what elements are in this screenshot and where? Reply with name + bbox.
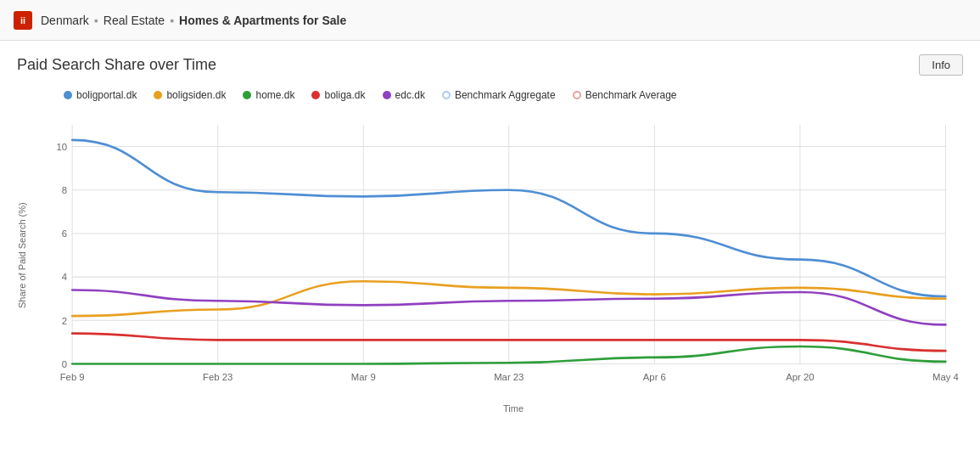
breadcrumb-sep-1: ▪: [94, 14, 98, 27]
legend-dot: [243, 91, 251, 99]
svg-text:6: 6: [62, 228, 67, 239]
legend-label: edc.dk: [395, 89, 425, 101]
legend-item-home-dk: home.dk: [243, 89, 294, 101]
svg-text:Mar 9: Mar 9: [351, 371, 376, 381]
header: ii Denmark ▪ Real Estate ▪ Homes & Apart…: [0, 0, 980, 41]
legend-item-Benchmark-Average: Benchmark Average: [573, 89, 677, 101]
legend-label: boligsiden.dk: [166, 89, 226, 101]
y-axis-label: Share of Paid Search (%): [17, 111, 34, 400]
main-content: Paid Search Share over Time Info boligpo…: [0, 41, 980, 427]
legend-label: boligportal.dk: [76, 89, 137, 101]
svg-text:8: 8: [62, 185, 67, 195]
title-row: Paid Search Share over Time Info: [17, 54, 963, 76]
chart-svg: 0246810Feb 9Feb 23Mar 9Mar 23Apr 6Apr 20…: [37, 111, 963, 400]
legend-item-Benchmark-Aggregate: Benchmark Aggregate: [442, 89, 556, 101]
chart-legend: boligportal.dkboligsiden.dkhome.dkboliga…: [17, 89, 963, 101]
legend-item-boligsiden-dk: boligsiden.dk: [154, 89, 226, 101]
svg-text:Apr 6: Apr 6: [643, 371, 666, 381]
svg-text:May 4: May 4: [932, 371, 959, 381]
svg-text:Mar 23: Mar 23: [494, 371, 524, 381]
chart-wrapper: Share of Paid Search (%) 0246810Feb 9Feb…: [17, 111, 963, 400]
svg-text:0: 0: [62, 359, 67, 369]
svg-text:Feb 23: Feb 23: [203, 371, 232, 381]
breadcrumb: Denmark ▪ Real Estate ▪ Homes & Apartmen…: [41, 14, 346, 27]
legend-dot: [154, 91, 162, 99]
legend-label: Benchmark Average: [585, 89, 677, 101]
svg-text:Feb 9: Feb 9: [60, 371, 85, 381]
chart-title: Paid Search Share over Time: [17, 56, 216, 74]
svg-text:4: 4: [62, 272, 68, 282]
legend-dot: [442, 91, 451, 99]
legend-label: boliga.dk: [324, 89, 365, 101]
svg-text:Apr 20: Apr 20: [786, 371, 814, 381]
legend-dot: [64, 91, 72, 99]
legend-item-edc-dk: edc.dk: [383, 89, 425, 101]
legend-dot: [311, 91, 320, 99]
legend-dot: [573, 91, 581, 99]
app-logo: ii: [14, 11, 32, 30]
info-button[interactable]: Info: [919, 54, 963, 76]
x-axis-label: Time: [17, 403, 963, 414]
svg-text:2: 2: [62, 315, 67, 325]
svg-text:10: 10: [56, 142, 67, 152]
legend-label: home.dk: [255, 89, 294, 101]
legend-label: Benchmark Aggregate: [455, 89, 556, 101]
breadcrumb-homes: Homes & Apartments for Sale: [179, 14, 346, 27]
legend-item-boliga-dk: boliga.dk: [311, 89, 365, 101]
legend-dot: [383, 91, 391, 99]
chart-area: 0246810Feb 9Feb 23Mar 9Mar 23Apr 6Apr 20…: [37, 111, 963, 400]
legend-item-boligportal-dk: boligportal.dk: [64, 89, 137, 101]
breadcrumb-real-estate[interactable]: Real Estate: [104, 14, 165, 27]
breadcrumb-sep-2: ▪: [170, 14, 174, 27]
breadcrumb-denmark[interactable]: Denmark: [41, 14, 89, 27]
